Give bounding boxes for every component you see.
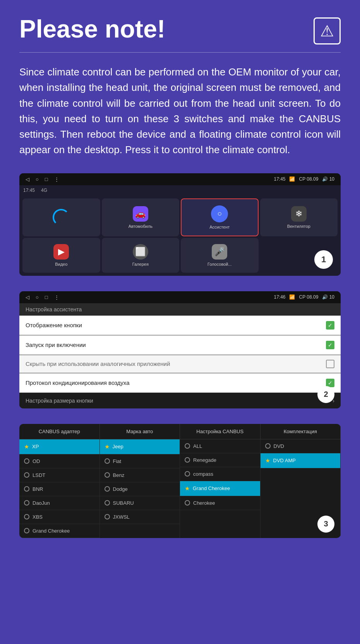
- description-text: Since climate control can be performed o…: [19, 64, 341, 158]
- canbus-item-grandcherokee-adapter[interactable]: Grand Cherokee: [19, 524, 99, 538]
- volume-label: 🔊 10: [322, 176, 334, 182]
- canbus-item-dvd[interactable]: DVD: [261, 439, 341, 453]
- app-gallery[interactable]: ⬜ Галерея: [102, 238, 180, 273]
- signal-label: CP 08.09: [299, 176, 318, 182]
- mic-icon: 🎤: [212, 244, 227, 260]
- canbus-item-all[interactable]: ALL: [180, 439, 260, 453]
- android-status-bar-1: ◁ ○ □ ⋮ 17:45 📶 CP 08.09 🔊 10: [19, 173, 341, 185]
- home-icon: ○: [36, 176, 39, 182]
- canbus-item-cherokee-label: Cherokee: [193, 500, 215, 506]
- canbus-body: ★ XP OD LSDT BNR DaoJun XBS: [19, 439, 341, 538]
- radio-compass: [185, 471, 190, 477]
- time-left: 17:45: [23, 188, 35, 193]
- page-title: Please note!: [19, 15, 165, 43]
- canbus-item-daojun[interactable]: DaoJun: [19, 496, 99, 510]
- canbus-col-header-1: Марка авто: [100, 424, 180, 439]
- canbus-item-compass[interactable]: compass: [180, 467, 260, 481]
- checkbox-2[interactable]: ✓: [326, 341, 334, 349]
- canbus-item-dvd-amp[interactable]: ★ DVD AMP: [261, 453, 341, 468]
- radio-grandcherokee-adapter: [24, 528, 29, 533]
- canbus-item-jxwsl[interactable]: JXWSL: [100, 510, 180, 524]
- canbus-item-subaru[interactable]: SUBARU: [100, 496, 180, 510]
- checkbox-3[interactable]: [326, 360, 334, 368]
- home-icon-2: ○: [36, 294, 39, 300]
- canbus-item-subaru-label: SUBARU: [113, 500, 134, 506]
- android-top-bar: 17:45 4G: [19, 185, 341, 195]
- app-gallery-label: Галерея: [132, 262, 149, 266]
- gallery-icon: ⬜: [133, 244, 148, 260]
- radio-xbs: [24, 514, 29, 519]
- loading-ring: [53, 209, 70, 226]
- app-car[interactable]: 🚗 Автомобиль: [102, 198, 180, 236]
- canbus-item-benz[interactable]: Benz: [100, 468, 180, 482]
- app-fan[interactable]: ❄ Вентилятор: [260, 198, 338, 236]
- canbus-item-jeep[interactable]: ★ Jeep: [100, 439, 180, 454]
- settings-status-bar: ◁ ○ □ ⋮ 17:46 📶 CP 08.09 🔊 10: [19, 291, 341, 303]
- canbus-item-xp[interactable]: ★ XP: [19, 439, 99, 454]
- panel-badge-1: 1: [314, 250, 333, 269]
- network-type: 4G: [41, 188, 47, 193]
- app-car-label: Автомобиль: [129, 224, 153, 229]
- radio-dodge: [105, 486, 110, 492]
- radio-fiat: [105, 458, 110, 464]
- canbus-item-fiat[interactable]: Fiat: [100, 454, 180, 468]
- canbus-item-cherokee[interactable]: Cherokee: [180, 496, 260, 510]
- star-icon-dvd-amp: ★: [265, 457, 270, 464]
- settings-row-3[interactable]: Скрыть при использовании аналогичных при…: [19, 355, 341, 373]
- radio-jxwsl: [105, 514, 110, 519]
- radio-lsdt: [24, 472, 29, 478]
- screenshot-panel-3: CANBUS адаптер Марка авто Настройка CANB…: [19, 424, 341, 538]
- canbus-item-grandcherokee-adapter-label: Grand Cherokee: [33, 528, 70, 534]
- canbus-item-daojun-label: DaoJun: [33, 500, 50, 506]
- settings-row-4[interactable]: Протокол кондиционирования воздуха ✓: [19, 373, 341, 393]
- canbus-item-bnr[interactable]: BNR: [19, 482, 99, 496]
- canbus-item-dvd-amp-label: DVD AMP: [273, 458, 296, 463]
- settings-row-4-label: Протокол кондиционирования воздуха: [26, 379, 130, 386]
- canbus-item-dodge-label: Dodge: [113, 486, 128, 492]
- canbus-col-header-2: Настройка CANBUS: [180, 424, 261, 439]
- app-video[interactable]: ▶ Видео: [22, 238, 100, 273]
- radio-renegade: [185, 457, 190, 463]
- canbus-item-lsdt-label: LSDT: [33, 472, 45, 478]
- settings-row-2[interactable]: Запуск при включении ✓: [19, 335, 341, 355]
- header-divider: [19, 52, 341, 53]
- menu-icon-2: ⋮: [54, 294, 59, 300]
- app-fan-label: Вентилятор: [287, 224, 310, 229]
- checkbox-1[interactable]: ✓: [326, 321, 334, 330]
- canbus-item-fiat-label: Fiat: [113, 458, 122, 464]
- settings-row-1[interactable]: Отображение кнопки ✓: [19, 316, 341, 335]
- settings-footer[interactable]: Настройка размера кнопки ›: [19, 393, 341, 408]
- radio-cherokee: [185, 500, 190, 506]
- fan-icon: ❄: [291, 206, 307, 222]
- app-grid: 🚗 Автомобиль ○ Ассистент ❄ Вентилятор ▶ …: [19, 195, 341, 276]
- canbus-item-renegade[interactable]: Renegade: [180, 453, 260, 467]
- settings-footer-label: Настройка размера кнопки: [26, 398, 93, 404]
- back-icon-2: ◁: [26, 294, 29, 300]
- app-video-label: Видео: [55, 262, 67, 266]
- app-assistant[interactable]: ○ Ассистент: [181, 198, 259, 236]
- settings-row-1-label: Отображение кнопки: [26, 322, 82, 328]
- canbus-item-dvd-label: DVD: [274, 443, 284, 449]
- radio-od: [24, 458, 29, 464]
- canbus-adapter-col: ★ XP OD LSDT BNR DaoJun XBS: [19, 439, 100, 538]
- star-icon-grandcherokee: ★: [185, 485, 190, 492]
- screenshot-panel-1: ◁ ○ □ ⋮ 17:45 📶 CP 08.09 🔊 10 17:45 4G 🚗…: [19, 173, 341, 276]
- canbus-item-jxwsl-label: JXWSL: [113, 514, 130, 520]
- canbus-item-xbs[interactable]: XBS: [19, 510, 99, 524]
- canbus-col-header-3: Комплектация: [261, 424, 341, 439]
- panel-badge-2: 2: [317, 386, 334, 403]
- canbus-item-grandcherokee[interactable]: ★ Grand Cherokee: [180, 481, 260, 496]
- settings-row-2-label: Запуск при включении: [26, 342, 86, 348]
- canbus-item-od[interactable]: OD: [19, 454, 99, 468]
- canbus-item-grandcherokee-label: Grand Cherokee: [193, 485, 230, 491]
- canbus-item-bnr-label: BNR: [33, 486, 43, 492]
- canbus-item-dodge[interactable]: Dodge: [100, 482, 180, 496]
- canbus-header-row: CANBUS адаптер Марка авто Настройка CANB…: [19, 424, 341, 439]
- canbus-item-lsdt[interactable]: LSDT: [19, 468, 99, 482]
- radio-subaru: [105, 500, 110, 506]
- app-voice[interactable]: 🎤 Голосовой...: [181, 238, 259, 273]
- recent-icon: □: [45, 176, 48, 182]
- back-icon: ◁: [26, 176, 29, 182]
- star-icon-xp: ★: [24, 443, 29, 450]
- canbus-item-xp-label: XP: [32, 444, 39, 449]
